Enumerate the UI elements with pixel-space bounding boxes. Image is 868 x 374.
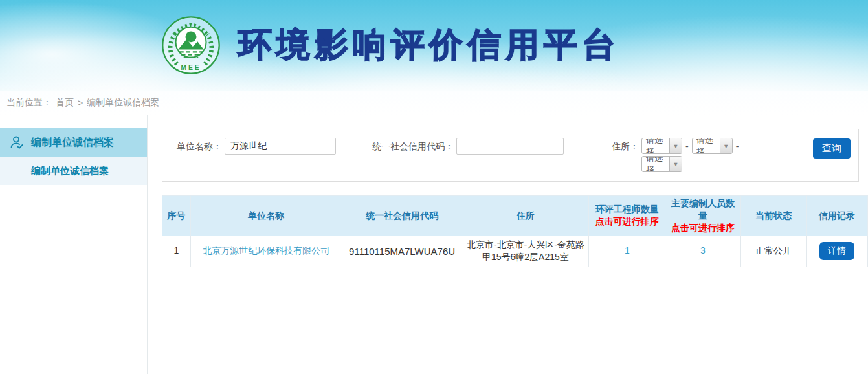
district-select[interactable]: 请选择 ▼ — [641, 156, 682, 172]
col-header-engineer-count-sort[interactable]: 环评工程师数量 点击可进行排序 — [589, 196, 665, 236]
address-group: 住所： 请选择 ▼ - 请选择 ▼ - — [612, 138, 739, 172]
credit-code-label: 统一社会信用代码： — [372, 138, 454, 155]
cell-status: 正常公开 — [740, 236, 806, 267]
staff-count-link[interactable]: 3 — [700, 245, 706, 256]
person-check-icon — [9, 135, 25, 150]
col-header-index: 序号 — [162, 196, 191, 236]
col-header-credit-record: 信用记录 — [807, 196, 868, 236]
page-title: 环境影响评价信用平台 — [238, 23, 620, 68]
mee-logo-icon: MEE — [161, 15, 221, 76]
province-select[interactable]: 请选择 ▼ — [641, 138, 682, 154]
col-header-company: 单位名称 — [190, 196, 342, 236]
sort-hint: 点击可进行排序 — [592, 215, 662, 228]
col-header-address: 住所 — [462, 196, 589, 236]
city-select[interactable]: 请选择 ▼ — [692, 138, 733, 154]
credit-code-input[interactable] — [456, 138, 564, 155]
address-label: 住所： — [612, 138, 639, 172]
sidebar-item-credit-archive[interactable]: 编制单位诚信档案 — [0, 128, 147, 157]
breadcrumb-prefix: 当前位置： — [6, 97, 52, 109]
breadcrumb-current: 编制单位诚信档案 — [87, 97, 159, 109]
page-body: 编制单位诚信档案 编制单位诚信档案 单位名称： 统一社会信用代码： 住所： 请选… — [0, 115, 868, 374]
unit-name-input[interactable] — [225, 138, 336, 155]
chevron-down-icon: ▼ — [669, 157, 682, 171]
query-button[interactable]: 查询 — [813, 138, 851, 159]
brand: MEE 环境影响评价信用平台 — [161, 15, 620, 76]
search-panel: 单位名称： 统一社会信用代码： 住所： 请选择 ▼ - 请选择 — [162, 129, 859, 182]
unit-name-label: 单位名称： — [177, 138, 222, 155]
detail-button[interactable]: 详情 — [819, 242, 854, 260]
site-header: MEE 环境影响评价信用平台 — [0, 0, 868, 91]
col-header-credit-code: 统一社会信用代码 — [342, 196, 462, 236]
main-content: 单位名称： 统一社会信用代码： 住所： 请选择 ▼ - 请选择 — [148, 115, 868, 374]
credit-code-group: 统一社会信用代码： — [372, 138, 564, 155]
chevron-down-icon: ▼ — [720, 138, 732, 153]
sidebar-item-label: 编制单位诚信档案 — [31, 136, 114, 149]
col-header-staff-count-sort[interactable]: 主要编制人员数量 点击可进行排序 — [665, 196, 741, 236]
col-header-status: 当前状态 — [740, 196, 806, 236]
company-link[interactable]: 北京万源世纪环保科技有限公司 — [203, 245, 329, 256]
table-row: 1 北京万源世纪环保科技有限公司 91110115MA7LWUA76U 北京市-… — [162, 236, 868, 267]
breadcrumb: 当前位置： 首页 > 编制单位诚信档案 — [0, 91, 868, 115]
engineer-count-link[interactable]: 1 — [625, 245, 630, 256]
sidebar-subitem-label: 编制单位诚信档案 — [31, 165, 109, 177]
address-selects: 请选择 ▼ - 请选择 ▼ - 请选择 ▼ — [641, 138, 739, 172]
cell-address: 北京市-北京市-大兴区-金苑路甲15号6幢2层A215室 — [462, 236, 589, 267]
cell-index: 1 — [162, 236, 191, 267]
cell-credit-code: 91110115MA7LWUA76U — [342, 236, 462, 267]
select-separator: - — [685, 141, 689, 151]
sort-hint: 点击可进行排序 — [668, 222, 738, 234]
results-table: 序号 单位名称 统一社会信用代码 住所 环评工程师数量 点击可进行排序 主要编制… — [162, 195, 868, 267]
breadcrumb-separator: > — [78, 98, 83, 108]
sidebar-subitem-credit-archive[interactable]: 编制单位诚信档案 — [0, 157, 147, 185]
svg-text:MEE: MEE — [181, 64, 201, 71]
select-separator: - — [736, 141, 739, 151]
sidebar: 编制单位诚信档案 编制单位诚信档案 — [0, 115, 148, 374]
chevron-down-icon: ▼ — [669, 138, 682, 153]
breadcrumb-home-link[interactable]: 首页 — [56, 97, 74, 109]
table-header-row: 序号 单位名称 统一社会信用代码 住所 环评工程师数量 点击可进行排序 主要编制… — [162, 196, 868, 236]
